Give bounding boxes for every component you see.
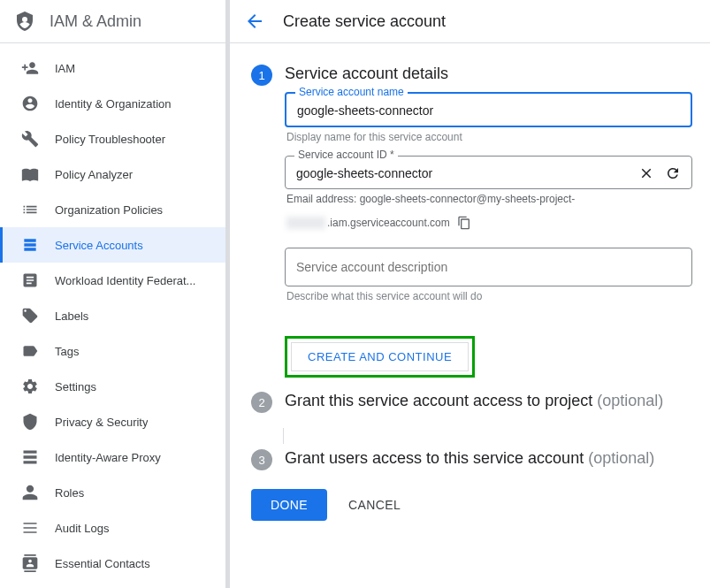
service-account-name-input[interactable] (297, 103, 680, 118)
create-and-continue-button[interactable]: CREATE AND CONTINUE (291, 342, 469, 371)
service-account-id-input[interactable] (296, 166, 638, 180)
desc-help: Describe what this service account will … (286, 290, 692, 302)
sidebar-item-settings[interactable]: Settings (0, 369, 225, 404)
sidebar-item-iap[interactable]: Identity-Aware Proxy (0, 439, 225, 475)
blurred-segment (286, 217, 325, 229)
email-address-line2: .iam.gserviceaccount.com (286, 216, 692, 230)
sidebar-item-org-policies[interactable]: Organization Policies (0, 192, 225, 227)
shield-icon (14, 11, 35, 32)
proxy-icon (21, 448, 39, 466)
sidebar-title: IAM & Admin (50, 12, 141, 31)
email-address-line: Email address: google-sheets-connector@m… (286, 193, 692, 205)
description-input[interactable] (296, 260, 681, 274)
sidebar-item-contacts[interactable]: Essential Contacts (0, 546, 225, 581)
main: Create service account 1 Service account… (226, 0, 710, 588)
sidebar-item-analyzer[interactable]: Policy Analyzer (0, 157, 225, 192)
service-account-icon (21, 236, 39, 254)
footer-buttons: DONE CANCEL (251, 489, 692, 521)
step-3-title: Grant users access to this service accou… (285, 449, 692, 468)
step-1-number: 1 (251, 65, 272, 86)
id-label: Service account ID * (294, 149, 398, 161)
cancel-button[interactable]: CANCEL (348, 498, 401, 512)
audit-icon (21, 519, 39, 537)
sidebar-item-iam[interactable]: IAM (0, 50, 225, 86)
sidebar-item-service-accounts[interactable]: Service Accounts (0, 227, 225, 263)
sidebar: IAM & Admin IAM Identity & Organization … (0, 0, 226, 588)
account-circle-icon (21, 95, 39, 112)
sidebar-item-troubleshooter[interactable]: Policy Troubleshooter (0, 121, 225, 157)
label-icon (21, 342, 39, 360)
sidebar-item-privacy[interactable]: Privacy & Security (0, 404, 225, 439)
refresh-icon[interactable] (665, 165, 681, 181)
name-label: Service account name (295, 86, 408, 98)
security-icon (21, 413, 39, 431)
sidebar-item-roles[interactable]: Roles (0, 475, 225, 510)
back-arrow-icon[interactable] (244, 11, 265, 32)
step-2-title: Grant this service account access to pro… (285, 392, 692, 410)
service-account-name-field[interactable]: Service account name (285, 92, 692, 127)
list-icon (21, 201, 39, 218)
step-1: 1 Service account details Service accoun… (251, 65, 692, 378)
main-content: 1 Service account details Service accoun… (230, 43, 710, 588)
step-connector (283, 428, 284, 444)
sidebar-nav: IAM Identity & Organization Policy Troub… (0, 43, 225, 588)
service-account-id-field[interactable]: Service account ID * (285, 156, 692, 189)
name-help: Display name for this service account (286, 131, 692, 143)
description-field[interactable] (285, 248, 692, 286)
main-header: Create service account (230, 0, 710, 43)
step-2-number: 2 (251, 392, 272, 413)
contacts-icon (21, 554, 39, 572)
step-1-title: Service account details (285, 65, 692, 83)
sidebar-item-identity[interactable]: Identity & Organization (0, 86, 225, 121)
copy-icon[interactable] (457, 216, 471, 230)
sidebar-item-audit[interactable]: Audit Logs (0, 510, 225, 546)
step-3: 3 Grant users access to this service acc… (251, 449, 692, 471)
person-add-icon (21, 59, 39, 77)
create-button-highlight: CREATE AND CONTINUE (285, 336, 475, 378)
sidebar-header: IAM & Admin (0, 0, 225, 43)
clear-icon[interactable] (638, 165, 654, 181)
policy-icon (21, 165, 39, 183)
sidebar-item-workload[interactable]: Workload Identity Federat... (0, 263, 225, 298)
gear-icon (21, 378, 39, 395)
tag-icon (21, 307, 39, 325)
roles-icon (21, 484, 39, 501)
workload-icon (21, 271, 39, 289)
sidebar-item-labels[interactable]: Labels (0, 298, 225, 333)
wrench-icon (21, 130, 39, 148)
page-title: Create service account (283, 12, 446, 31)
step-3-number: 3 (251, 449, 272, 470)
sidebar-item-tags[interactable]: Tags (0, 333, 225, 369)
step-2: 2 Grant this service account access to p… (251, 392, 692, 414)
done-button[interactable]: DONE (251, 489, 327, 521)
